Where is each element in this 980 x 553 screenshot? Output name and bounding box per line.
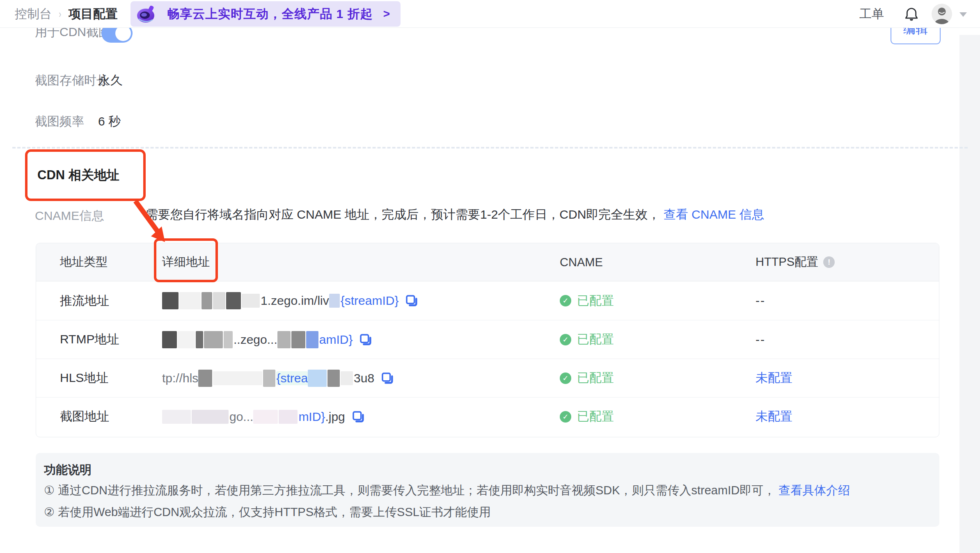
https-config-link[interactable]: 未配置 xyxy=(756,370,939,386)
cname-desc-text: 需要您自行将域名指向对应 CNAME 地址，完成后，预计需要1-2个工作日，CD… xyxy=(146,208,660,221)
redaction-block xyxy=(226,292,241,309)
url-stream-fragment: mID} xyxy=(298,410,325,424)
table-row-push-url: 推流地址 1.zego.im/liv {streamID} ✓ 已配置 -- xyxy=(36,281,939,320)
check-icon: ✓ xyxy=(560,334,571,345)
table-header-row: 地址类型 详细地址 CNAME HTTPS配置 ! xyxy=(36,243,939,281)
annotation-box-section-title: CDN 相关地址 xyxy=(25,149,146,201)
promo-text: 畅享云上实时互动，全线产品 1 折起 xyxy=(157,6,383,23)
cname-info-desc: 需要您自行将域名指向对应 CNAME 地址，完成后，预计需要1-2个工作日，CD… xyxy=(146,206,764,223)
check-icon: ✓ xyxy=(560,372,571,384)
check-icon: ✓ xyxy=(560,411,571,423)
url-fragment: .jpg xyxy=(325,410,345,424)
setting-value-frequency: 6 秒 xyxy=(98,113,121,130)
top-navigation-bar: 控制台 › 项目配置 畅享云上实时互动，全线产品 1 折起 > 工单 xyxy=(0,0,980,28)
redaction-block xyxy=(253,410,278,424)
breadcrumb-current: 项目配置 xyxy=(69,6,118,23)
https-info-icon[interactable]: ! xyxy=(823,256,835,268)
redacted-url: tp://hls {strea 3u8 xyxy=(162,370,560,387)
redacted-url: go... mID} .jpg xyxy=(162,410,560,424)
table-row-snapshot-url: 截图地址 go... mID} .jpg ✓ 已配置 未配置 xyxy=(36,397,939,436)
notes-title: 功能说明 xyxy=(44,462,92,478)
cname-status-badge: ✓ 已配置 xyxy=(560,331,756,348)
redaction-block xyxy=(242,294,260,308)
col-header-https: HTTPS配置 ! xyxy=(756,254,939,270)
redaction-block xyxy=(162,331,177,348)
setting-label-frequency: 截图频率 xyxy=(35,113,84,130)
ticket-link[interactable]: 工单 xyxy=(859,0,884,28)
redaction-block xyxy=(178,331,195,348)
url-fragment: tp://hls xyxy=(162,371,198,385)
copy-button[interactable] xyxy=(352,410,365,423)
col-header-address-type: 地址类型 xyxy=(36,254,162,270)
redaction-block xyxy=(201,292,212,309)
redaction-block xyxy=(327,370,340,387)
mascot-icon xyxy=(135,3,157,25)
redaction-block xyxy=(198,370,212,387)
notification-bell-icon[interactable] xyxy=(904,7,919,21)
redaction-block xyxy=(224,331,233,348)
https-config-link[interactable]: 未配置 xyxy=(756,408,939,425)
redaction-block xyxy=(213,371,262,385)
url-stream-fragment: {streamID} xyxy=(341,294,399,308)
breadcrumb-separator-icon: › xyxy=(59,8,61,21)
https-none-value: -- xyxy=(756,294,939,308)
redaction-block xyxy=(192,410,229,424)
redaction-block xyxy=(263,370,275,387)
row-type-label: 截图地址 xyxy=(36,408,162,425)
redaction-block xyxy=(162,292,179,309)
view-cname-link[interactable]: 查看 CNAME 信息 xyxy=(664,208,764,221)
redaction-block xyxy=(341,371,353,385)
redaction-block xyxy=(329,294,340,308)
row-type-label: 推流地址 xyxy=(36,292,162,309)
redaction-block xyxy=(213,292,225,309)
table-row-hls-url: HLS地址 tp://hls {strea 3u8 ✓ 已配置 未配置 xyxy=(36,359,939,397)
redaction-block xyxy=(179,292,201,309)
redaction-block xyxy=(308,370,327,387)
cname-status-text: 已配置 xyxy=(577,331,614,348)
url-stream-fragment: amID} xyxy=(319,333,353,347)
redaction-block xyxy=(291,331,305,348)
redaction-block xyxy=(196,331,203,348)
redaction-block xyxy=(279,410,298,424)
cname-status-text: 已配置 xyxy=(577,370,614,386)
redaction-block xyxy=(204,331,223,348)
check-icon: ✓ xyxy=(560,295,571,306)
redacted-url: ..zego... amID} xyxy=(162,331,560,348)
cname-info-label: CNAME信息 xyxy=(35,208,104,224)
url-fragment: 3u8 xyxy=(354,371,374,385)
url-fragment: ..zego... xyxy=(234,333,277,347)
avatar[interactable] xyxy=(932,4,952,24)
cname-status-badge: ✓ 已配置 xyxy=(560,370,756,386)
col-header-detail-address: 详细地址 xyxy=(162,254,560,270)
promo-arrow-icon: > xyxy=(383,7,390,21)
cname-status-text: 已配置 xyxy=(577,292,614,309)
section-divider xyxy=(12,147,968,149)
cdn-address-table: 地址类型 详细地址 CNAME HTTPS配置 ! 推流地址 1.zego.im… xyxy=(36,243,939,437)
https-none-value: -- xyxy=(756,333,939,347)
copy-button[interactable] xyxy=(381,372,394,385)
breadcrumb-console[interactable]: 控制台 xyxy=(15,6,52,23)
cname-status-text: 已配置 xyxy=(577,408,614,425)
setting-value-storage: 永久 xyxy=(98,72,123,89)
copy-button[interactable] xyxy=(405,294,418,307)
col-header-https-label: HTTPS配置 xyxy=(756,254,818,270)
setting-label-storage: 截图存储时长 xyxy=(35,72,109,89)
redacted-url: 1.zego.im/liv {streamID} xyxy=(162,292,560,309)
redaction-block xyxy=(306,331,318,348)
note-1-link[interactable]: 查看具体介绍 xyxy=(779,484,850,497)
promo-banner[interactable]: 畅享云上实时互动，全线产品 1 折起 > xyxy=(131,1,401,27)
note-line-1: ① 通过CDN进行推拉流服务时，若使用第三方推拉流工具，则需要传入完整地址；若使… xyxy=(44,482,850,499)
notes-panel: 功能说明 ① 通过CDN进行推拉流服务时，若使用第三方推拉流工具，则需要传入完整… xyxy=(36,453,939,527)
cname-status-badge: ✓ 已配置 xyxy=(560,292,756,309)
breadcrumb: 控制台 › 项目配置 xyxy=(15,0,118,28)
cname-status-badge: ✓ 已配置 xyxy=(560,408,756,425)
note-line-2: ② 若使用Web端进行CDN观众拉流，仅支持HTTPS格式，需要上传SSL证书才… xyxy=(44,504,491,521)
url-fragment: go... xyxy=(229,410,253,424)
redaction-block xyxy=(277,331,291,348)
copy-button[interactable] xyxy=(359,333,372,346)
row-type-label: RTMP地址 xyxy=(36,331,162,348)
table-row-rtmp-url: RTMP地址 ..zego... amID} ✓ 已配置 -- xyxy=(36,320,939,359)
scrollbar-track[interactable] xyxy=(959,35,980,553)
col-header-cname: CNAME xyxy=(560,256,756,269)
avatar-caret-icon[interactable] xyxy=(959,12,967,17)
